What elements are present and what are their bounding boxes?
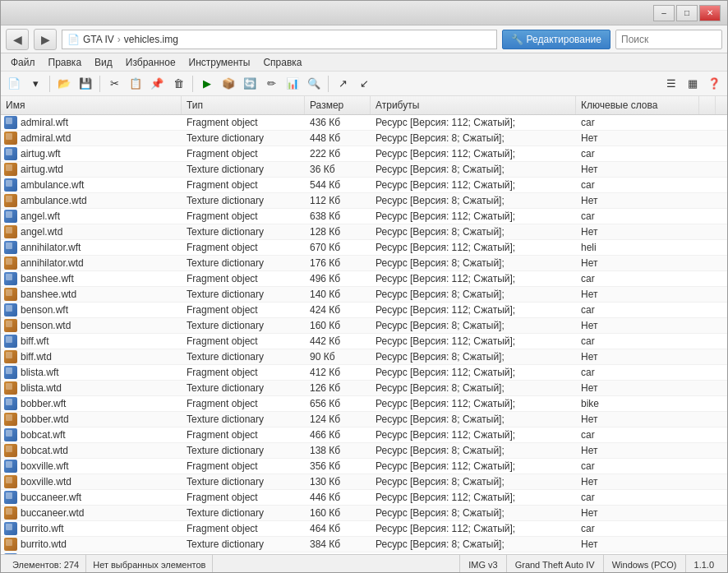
tb-compress-button[interactable]: ↙ [354,74,374,94]
table-row[interactable]: bobcat.wtd Texture dictionary 138 Кб Рес… [1,443,727,459]
file-keywords: car [576,490,699,505]
tb-copy-button[interactable]: 📋 [126,74,145,94]
table-row[interactable]: bobber.wtd Texture dictionary 124 Кб Рес… [1,412,727,427]
col-size[interactable]: Размер [305,96,371,114]
tb-help-button[interactable]: ❓ [704,74,724,94]
table-row[interactable]: ambulance.wtd Texture dictionary 112 Кб … [1,193,727,209]
file-attrs: Ресурс [Версия: 8; Сжатый]; [371,318,576,333]
tb-import-button[interactable]: ▶ [197,74,217,94]
file-name: burrito.wft [21,523,64,534]
table-row[interactable]: airtug.wft Fragment object 222 Кб Ресурс… [1,146,727,162]
file-keywords: car [576,115,699,130]
maximize-button[interactable]: □ [676,5,698,21]
file-type: Fragment object [182,365,305,380]
menu-file[interactable]: Файл [4,55,42,70]
table-row[interactable]: benson.wtd Texture dictionary 160 Кб Рес… [1,318,727,334]
table-row[interactable]: biff.wft Fragment object 442 Кб Ресурс [… [1,334,727,349]
table-row[interactable]: buccaneer.wft Fragment object 446 Кб Рес… [1,490,727,506]
file-attrs: Ресурс [Версия: 8; Сжатый]; [371,443,576,458]
file-attrs: Ресурс [Версия: 8; Сжатый]; [371,381,576,395]
tb-props-button[interactable]: 📊 [283,74,302,94]
file-type: Fragment object [182,396,305,411]
table-row[interactable]: boxville.wtd Texture dictionary 130 Кб Р… [1,474,727,490]
table-row[interactable]: boxville.wft Fragment object 356 Кб Ресу… [1,459,727,474]
file-list: admiral.wft Fragment object 436 Кб Ресур… [1,115,727,554]
tb-save-button[interactable]: 💾 [76,74,95,94]
tb-sep-1 [49,76,50,92]
file-list-container[interactable]: Имя Тип Размер Атрибуты Ключевые слова a… [1,96,727,554]
tb-new-button[interactable]: 📄 [4,74,24,94]
tb-rebuild-button[interactable]: 🔄 [240,74,260,94]
file-type: Fragment object [182,521,305,536]
file-size: 140 Кб [305,287,371,302]
tb-extract-button[interactable]: ↗ [333,74,352,94]
table-row[interactable]: airtug.wtd Texture dictionary 36 Кб Ресу… [1,162,727,178]
col-type[interactable]: Тип [182,96,305,114]
table-row[interactable]: biff.wtd Texture dictionary 90 Кб Ресурс… [1,349,727,365]
file-type: Texture dictionary [182,318,305,333]
tb-paste-button[interactable]: 📌 [147,74,167,94]
menu-tools[interactable]: Инструменты [182,55,257,70]
close-button[interactable]: ✕ [699,5,721,21]
texture-icon [4,194,17,207]
tb-search-button[interactable]: 🔍 [304,74,324,94]
back-button[interactable]: ◀ [6,29,29,50]
table-row[interactable]: admiral.wft Fragment object 436 Кб Ресур… [1,115,727,131]
file-type: Fragment object [182,209,305,224]
menu-view[interactable]: Вид [88,55,119,70]
tb-export-button[interactable]: 📦 [219,74,238,94]
file-name-cell: biff.wtd [1,349,182,364]
texture-icon [4,163,17,176]
search-input[interactable] [615,30,722,49]
table-row[interactable]: burrito.wft Fragment object 464 Кб Ресур… [1,521,727,537]
tb-open-button[interactable]: 📂 [54,74,74,94]
table-row[interactable]: blista.wtd Texture dictionary 126 Кб Рес… [1,381,727,396]
file-type: Texture dictionary [182,256,305,270]
tb-rename-button[interactable]: ✏ [261,74,281,94]
menu-help[interactable]: Справка [256,55,308,70]
table-row[interactable]: angel.wft Fragment object 638 Кб Ресурс … [1,209,727,224]
file-attrs: Ресурс [Версия: 112; Сжатый]; [371,178,576,192]
file-type: Texture dictionary [182,537,305,552]
tb-delete-button[interactable]: 🗑 [168,74,188,94]
menu-favorites[interactable]: Избранное [119,55,182,70]
table-row[interactable]: bobber.wft Fragment object 656 Кб Ресурс… [1,396,727,412]
file-name: banshee.wtd [21,289,76,300]
menu-bar: Файл Правка Вид Избранное Инструменты Сп… [1,53,727,72]
table-row[interactable]: annihilator.wtd Texture dictionary 176 К… [1,256,727,271]
table-row[interactable]: bobcat.wft Fragment object 466 Кб Ресурс… [1,427,727,443]
table-row[interactable]: blista.wft Fragment object 412 Кб Ресурс… [1,365,727,381]
table-row[interactable]: banshee.wtd Texture dictionary 140 Кб Ре… [1,287,727,303]
file-type: Fragment object [182,303,305,317]
file-keywords: Нет [576,256,699,270]
col-name[interactable]: Имя [1,96,182,114]
tb-sep-3 [192,76,193,92]
tb-cut-button[interactable]: ✂ [104,74,124,94]
edit-button[interactable]: 🔧 Редактирование [502,30,611,49]
table-row[interactable]: ambulance.wft Fragment object 544 Кб Рес… [1,178,727,193]
file-name-cell: buccaneer.wft [1,490,182,505]
table-row[interactable]: banshee.wft Fragment object 496 Кб Ресур… [1,271,727,287]
table-row[interactable]: annihilator.wft Fragment object 670 Кб Р… [1,240,727,256]
file-attrs: Ресурс [Версия: 112; Сжатый]; [371,427,576,442]
tb-view-details[interactable]: ▦ [683,74,703,94]
table-row[interactable]: buccaneer.wtd Texture dictionary 160 Кб … [1,506,727,521]
file-name-cell: burrito2.wft [1,552,182,554]
file-name-cell: bobber.wtd [1,412,182,427]
tb-view-list[interactable]: ☰ [661,74,681,94]
file-attrs: Ресурс [Версия: 8; Сжатый]; [371,193,576,208]
minimize-button[interactable]: – [653,5,675,21]
col-attributes[interactable]: Атрибуты [371,96,576,114]
table-row[interactable]: admiral.wtd Texture dictionary 448 Кб Ре… [1,131,727,146]
file-attrs: Ресурс [Версия: 112; Сжатый]; [371,146,576,161]
table-row[interactable]: benson.wft Fragment object 424 Кб Ресурс… [1,303,727,318]
address-bar: ◀ ▶ 📄 GTA IV › vehicles.img 🔧 Редактиров… [1,25,727,53]
forward-button[interactable]: ▶ [34,29,57,50]
table-row[interactable]: burrito.wtd Texture dictionary 384 Кб Ре… [1,537,727,552]
file-keywords: car [576,146,699,161]
tb-sep-2 [99,76,100,92]
table-row[interactable]: angel.wtd Texture dictionary 128 Кб Ресу… [1,224,727,240]
tb-dropdown-button[interactable]: ▾ [25,74,45,94]
menu-edit[interactable]: Правка [42,55,89,70]
col-keywords[interactable]: Ключевые слова [576,96,699,114]
